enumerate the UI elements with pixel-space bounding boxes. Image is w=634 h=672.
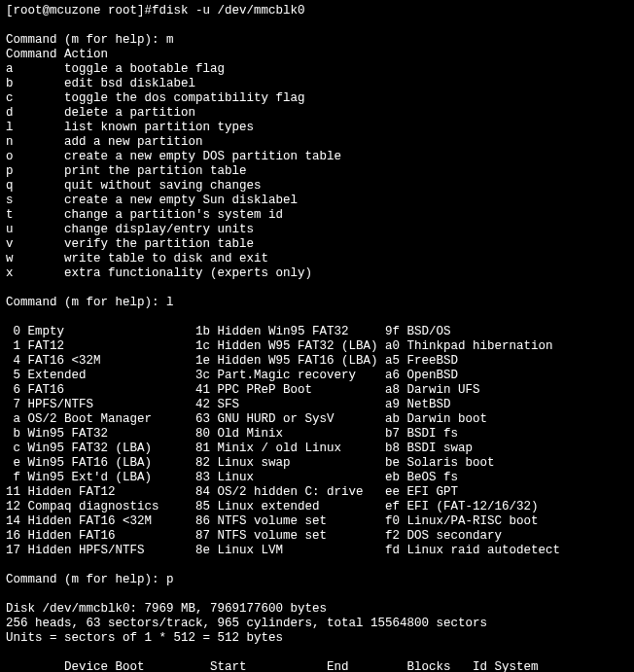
action-line: d delete a partition bbox=[6, 106, 195, 120]
partition-type-row: a OS/2 Boot Manager 63 GNU HURD or SysV … bbox=[6, 412, 487, 426]
action-line: o create a new empty DOS partition table bbox=[6, 150, 341, 163]
partition-type-row: 0 Empty 1b Hidden Win95 FAT32 9f BSD/OS bbox=[6, 325, 451, 338]
action-line: q quit without saving changes bbox=[6, 179, 262, 193]
partition-type-row: 16 Hidden FAT16 87 NTFS volume set f2 DO… bbox=[6, 529, 502, 543]
action-line: n add a new partition bbox=[6, 135, 203, 149]
partition-type-row: c Win95 FAT32 (LBA) 81 Minix / old Linux… bbox=[6, 442, 473, 455]
fdisk-prompt: Command (m for help): l bbox=[6, 296, 174, 309]
action-line: w write table to disk and exit bbox=[6, 252, 268, 265]
partition-type-row: 14 Hidden FAT16 <32M 86 NTFS volume set … bbox=[6, 514, 539, 528]
terminal-output[interactable]: [root@mcuzone root]#fdisk -u /dev/mmcblk… bbox=[6, 4, 628, 672]
action-line: v verify the partition table bbox=[6, 237, 254, 251]
action-line: x extra functionality (experts only) bbox=[6, 266, 312, 280]
partition-type-row: 11 Hidden FAT12 84 OS/2 hidden C: drive … bbox=[6, 485, 458, 499]
action-line: b edit bsd disklabel bbox=[6, 77, 195, 90]
shell-prompt: [root@mcuzone root]#fdisk -u /dev/mmcblk… bbox=[6, 4, 305, 18]
action-line: p print the partition table bbox=[6, 164, 247, 178]
fdisk-prompt: Command (m for help): m bbox=[6, 33, 174, 47]
fdisk-prompt: Command (m for help): p bbox=[6, 573, 174, 586]
action-line: l list known partition types bbox=[6, 121, 254, 134]
disk-info: Disk /dev/mmcblk0: 7969 MB, 7969177600 b… bbox=[6, 602, 327, 616]
action-line: t change a partition's system id bbox=[6, 208, 283, 222]
partition-type-row: e Win95 FAT16 (LBA) 82 Linux swap be Sol… bbox=[6, 456, 495, 470]
partition-type-row: 7 HPFS/NTFS 42 SFS a9 NetBSD bbox=[6, 398, 451, 411]
command-action-header: Command Action bbox=[6, 48, 108, 61]
partition-type-row: 5 Extended 3c Part.Magic recovery a6 Ope… bbox=[6, 369, 458, 382]
partition-type-row: 6 FAT16 41 PPC PReP Boot a8 Darwin UFS bbox=[6, 383, 480, 397]
action-line: u change display/entry units bbox=[6, 223, 254, 236]
partition-type-row: 12 Compaq diagnostics 85 Linux extended … bbox=[6, 500, 539, 513]
partition-type-row: 1 FAT12 1c Hidden W95 FAT32 (LBA) a0 Thi… bbox=[6, 339, 553, 353]
disk-info: Units = sectors of 1 * 512 = 512 bytes bbox=[6, 631, 283, 645]
action-line: s create a new empty Sun disklabel bbox=[6, 194, 298, 207]
partition-table-header: Device Boot Start End Blocks Id System bbox=[6, 660, 539, 672]
partition-type-row: 17 Hidden HPFS/NTFS 8e Linux LVM fd Linu… bbox=[6, 544, 560, 557]
partition-type-row: b Win95 FAT32 80 Old Minix b7 BSDI fs bbox=[6, 427, 458, 441]
action-line: a toggle a bootable flag bbox=[6, 62, 225, 76]
action-line: c toggle the dos compatibility flag bbox=[6, 91, 305, 105]
partition-type-row: 4 FAT16 <32M 1e Hidden W95 FAT16 (LBA) a… bbox=[6, 354, 458, 368]
disk-info: 256 heads, 63 sectors/track, 965 cylinde… bbox=[6, 617, 487, 630]
partition-type-row: f Win95 Ext'd (LBA) 83 Linux eb BeOS fs bbox=[6, 471, 458, 484]
